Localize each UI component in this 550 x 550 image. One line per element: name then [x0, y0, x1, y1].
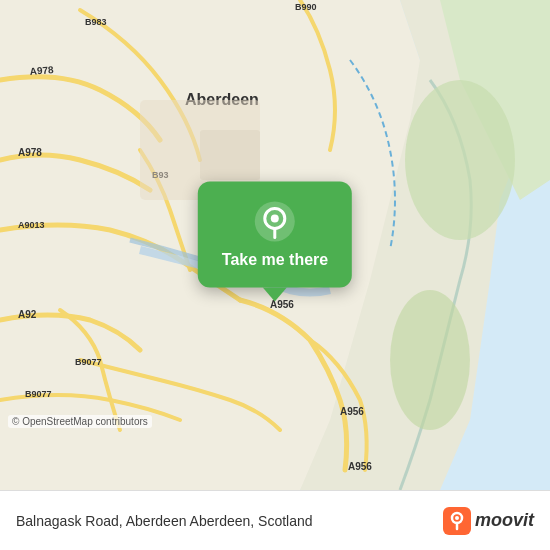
svg-rect-24: [443, 507, 471, 535]
svg-text:B9077: B9077: [75, 357, 102, 367]
osm-attribution: © OpenStreetMap contributors: [8, 415, 152, 428]
take-me-there-popup[interactable]: Take me there: [198, 181, 352, 287]
svg-text:A978: A978: [18, 147, 42, 158]
location-pin-icon: [253, 199, 297, 243]
svg-point-17: [405, 80, 515, 240]
svg-text:B9077: B9077: [25, 389, 52, 399]
moovit-pin-icon: [443, 507, 471, 535]
svg-text:B983: B983: [85, 17, 107, 27]
svg-point-18: [390, 290, 470, 430]
svg-point-23: [271, 214, 279, 222]
svg-text:A92: A92: [18, 309, 37, 320]
svg-text:A956: A956: [348, 461, 372, 472]
svg-text:A956: A956: [340, 406, 364, 417]
svg-point-26: [455, 516, 459, 520]
footer: Balnagask Road, Aberdeen Aberdeen, Scotl…: [0, 490, 550, 550]
moovit-logo: moovit: [443, 507, 534, 535]
moovit-brand-text: moovit: [475, 510, 534, 531]
address-text: Balnagask Road, Aberdeen Aberdeen, Scotl…: [16, 513, 433, 529]
svg-text:A9013: A9013: [18, 220, 45, 230]
svg-text:A978: A978: [29, 64, 54, 77]
svg-text:B990: B990: [295, 2, 317, 12]
popup-label: Take me there: [222, 251, 328, 269]
map-container: A978 B983 A978 A9013 A92 B9077 B9077 B99…: [0, 0, 550, 490]
svg-rect-20: [200, 130, 260, 180]
